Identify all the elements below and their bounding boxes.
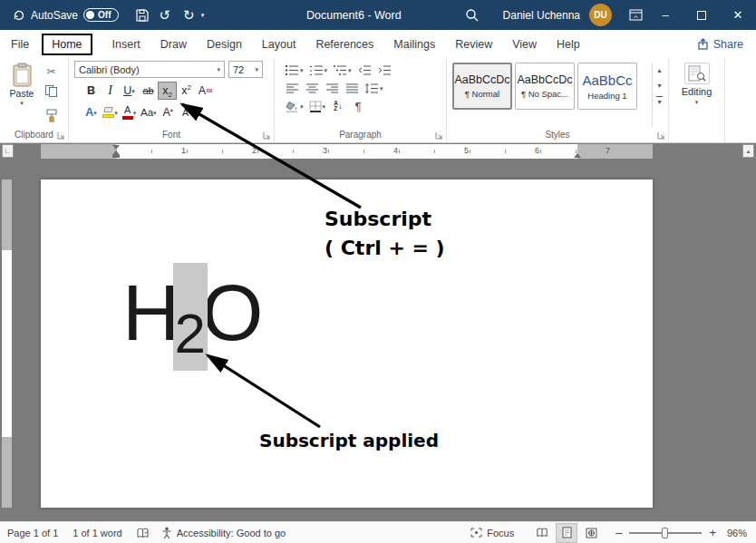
decrease-indent-button[interactable] [354, 62, 374, 79]
paragraph-dialog-launcher-icon[interactable] [435, 131, 443, 140]
autosave-icon [12, 8, 26, 23]
tab-layout[interactable]: Layout [262, 38, 296, 51]
underline-button[interactable]: U ▾ [120, 82, 139, 100]
multilevel-list-button[interactable]: ▾ [330, 62, 354, 79]
clipboard-dialog-launcher-icon[interactable] [57, 131, 65, 140]
tab-insert[interactable]: Insert [112, 38, 141, 51]
font-size-combobox[interactable]: 72 ▾ [228, 61, 263, 78]
word-window: AutoSave Off ↺ ↻ ▾ Document6 - Word Dani… [0, 0, 756, 543]
document-page[interactable]: Subscript ( Ctrl + = ) H 2 O Subscript a… [41, 179, 653, 508]
tab-stop-selector[interactable]: ∟ [2, 144, 14, 158]
styles-scroll-up-button[interactable]: ▴ [653, 63, 666, 78]
superscript-button[interactable]: x2 [177, 82, 196, 100]
justify-button[interactable] [342, 80, 362, 97]
grow-font-button[interactable]: A▴ [159, 103, 178, 121]
subscript-button[interactable]: x2 [158, 82, 177, 100]
right-indent-marker[interactable] [574, 153, 581, 158]
minimize-button[interactable]: – [647, 0, 683, 30]
save-icon[interactable] [136, 9, 149, 22]
vertical-ruler[interactable] [2, 179, 12, 508]
multilevel-list-icon [333, 64, 347, 76]
sort-button[interactable]: AZ ↓ [328, 98, 348, 115]
proofing-icon[interactable] [136, 528, 150, 538]
shading-button[interactable]: ▾ [282, 98, 306, 115]
italic-button[interactable]: I [101, 82, 120, 100]
ruler-number: 6 [535, 146, 539, 155]
formula-o: O [201, 273, 263, 353]
read-mode-button[interactable] [532, 524, 552, 542]
redo-icon[interactable]: ↻ [183, 8, 195, 22]
tab-file[interactable]: File [11, 38, 29, 51]
close-button[interactable]: ✕ [720, 0, 756, 30]
page-indicator[interactable]: Page 1 of 1 [7, 528, 58, 538]
autosave-toggle[interactable]: Off [83, 8, 118, 22]
word-count[interactable]: 1 of 1 word [73, 528, 121, 538]
left-indent-marker[interactable] [112, 155, 120, 158]
style-normal[interactable]: AaBbCcDc ¶ Normal [452, 63, 512, 110]
bullets-button[interactable]: ▾ [282, 62, 306, 79]
zoom-level[interactable]: 96% [727, 528, 747, 538]
increase-indent-button[interactable] [374, 62, 394, 79]
style-heading-1[interactable]: AaBbCc Heading 1 [577, 63, 637, 110]
styles-more-button[interactable]: ▾ [653, 93, 666, 109]
borders-button[interactable]: ▾ [306, 98, 329, 115]
tab-review[interactable]: Review [455, 38, 492, 51]
print-layout-button[interactable] [557, 524, 577, 542]
tab-draw[interactable]: Draw [160, 38, 187, 51]
align-right-button[interactable] [322, 80, 342, 97]
align-left-button[interactable] [282, 80, 302, 97]
subscript-callout: Subscript ( Ctrl + = ) [325, 205, 445, 263]
zoom-slider-thumb[interactable] [662, 528, 668, 538]
change-case-button[interactable]: Aa ▾ [139, 103, 159, 121]
tab-references[interactable]: References [315, 38, 373, 51]
bold-button[interactable]: B [82, 82, 101, 100]
editing-label[interactable]: Editing [682, 86, 712, 97]
editing-icon[interactable] [684, 63, 710, 84]
tab-home[interactable]: Home [42, 34, 92, 55]
copy-icon[interactable] [44, 84, 58, 102]
numbering-button[interactable]: ▾ [306, 62, 331, 79]
text-highlight-button[interactable]: ▾ [101, 103, 120, 121]
align-center-button[interactable] [302, 80, 322, 97]
ribbon-options-icon[interactable] [629, 9, 643, 21]
share-button[interactable]: Share [697, 38, 743, 51]
tab-design[interactable]: Design [207, 38, 242, 51]
format-painter-icon[interactable] [45, 109, 58, 126]
horizontal-ruler[interactable]: 1 2 3 4 5 6 7 [41, 144, 653, 159]
tab-view[interactable]: View [512, 38, 537, 51]
tab-help[interactable]: Help [557, 38, 580, 51]
first-line-indent-marker[interactable] [112, 145, 120, 150]
cut-icon[interactable]: ✂ [46, 66, 55, 77]
paste-label: Paste [10, 88, 34, 99]
user-name[interactable]: Daniel Uchenna [503, 9, 580, 22]
tab-mailings[interactable]: Mailings [393, 38, 435, 51]
zoom-in-button[interactable]: + [709, 526, 716, 539]
show-paragraph-marks-button[interactable]: ¶ [348, 98, 368, 115]
quick-access-chevron-icon[interactable]: ▾ [201, 12, 205, 18]
formula-h2o[interactable]: H 2 O [122, 273, 264, 353]
web-layout-button[interactable] [581, 524, 601, 542]
undo-icon[interactable]: ↺ [160, 8, 171, 22]
font-dialog-launcher-icon[interactable] [263, 131, 271, 140]
styles-scroll-down-button[interactable]: ▾ [653, 78, 666, 93]
clear-formatting-button[interactable]: A [196, 82, 215, 100]
paste-button[interactable]: Paste ▾ [5, 63, 38, 127]
focus-button[interactable]: Focus [470, 528, 514, 538]
paragraph-group: ▾ ▾ ▾ [275, 58, 447, 142]
avatar[interactable]: DU [589, 4, 612, 26]
scrollbar-up-button[interactable]: ▴ [742, 144, 754, 158]
strikethrough-button[interactable]: ab [139, 82, 158, 100]
search-icon[interactable] [465, 8, 479, 22]
zoom-slider[interactable] [629, 532, 702, 534]
accessibility-icon [161, 527, 172, 539]
zoom-out-button[interactable]: – [615, 526, 622, 539]
styles-dialog-launcher-icon[interactable] [657, 131, 665, 140]
font-name-combobox[interactable]: Calibri (Body) ▾ [74, 61, 225, 78]
shrink-font-button[interactable]: A▾ [178, 103, 197, 121]
text-effects-button[interactable]: A ▾ [82, 103, 101, 121]
line-spacing-button[interactable]: ▾ [362, 80, 386, 97]
accessibility-status[interactable]: Accessibility: Good to go [161, 527, 286, 539]
style-no-spacing[interactable]: AaBbCcDc ¶ No Spac... [515, 63, 575, 110]
maximize-button[interactable] [683, 0, 720, 30]
font-color-button[interactable]: A ▾ [120, 103, 139, 121]
